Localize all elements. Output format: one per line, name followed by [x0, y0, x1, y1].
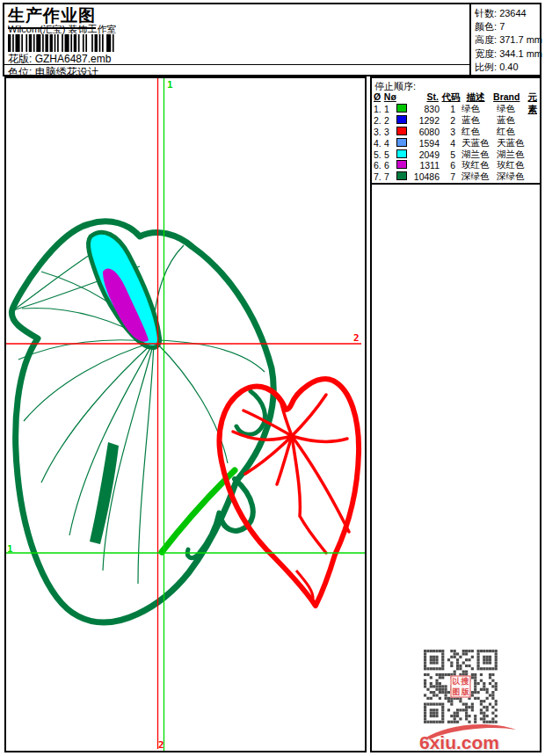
color-chip — [396, 171, 407, 180]
color-row: 7.7104867深绿色深绿色 — [374, 171, 539, 183]
row-seq: 5. — [374, 149, 384, 160]
pattern-label: 花版: — [8, 53, 32, 65]
red-leaf — [220, 379, 360, 606]
row-desc: 深绿色 — [461, 171, 495, 183]
row-seq: 4. — [374, 138, 384, 149]
design-info-box: 针数: 23644 颜色: 7 高度: 371.7 mm 宽度: 344.1 m… — [469, 4, 540, 75]
row-stitches: 6080 — [411, 127, 440, 137]
row-stitches: 1594 — [411, 138, 440, 149]
row-needle: 3 — [384, 127, 396, 137]
start-marker-top: 1 — [167, 79, 173, 91]
row-stitches: 1311 — [411, 160, 440, 171]
row-chip-wrap — [396, 115, 411, 126]
row-stitches: 830 — [411, 104, 440, 114]
row-needle: 1 — [384, 104, 396, 114]
pattern-value: GZHA6487.emb — [35, 53, 112, 65]
row-seq: 7. — [374, 171, 384, 182]
row-chip-wrap — [396, 127, 411, 137]
end-marker-bottom: 2 — [158, 739, 164, 751]
row-code: 4 — [440, 138, 455, 149]
row-stitches: 10486 — [411, 171, 440, 182]
row-seq: 1. — [374, 104, 384, 114]
color-table-rows: 1.18301绿色绿色2.212922蓝色蓝色3.360803红色红色4.415… — [374, 104, 539, 183]
row-seq: 6. — [374, 160, 384, 171]
table-bottom-border — [372, 183, 540, 185]
qr-code: 以搜图版 — [424, 650, 498, 723]
stamp-char: 搜 — [461, 677, 470, 687]
stamp-char: 图 — [452, 687, 461, 697]
watermark-text: 6xiu.com — [419, 732, 499, 753]
stamp-char: 版 — [461, 687, 470, 697]
row-chip-wrap — [396, 138, 411, 149]
barcode — [8, 34, 117, 52]
row-stitches: 2049 — [411, 149, 440, 160]
color-chip — [396, 115, 407, 124]
color-chip — [396, 127, 407, 135]
start-marker-left: 1 — [7, 543, 13, 555]
scale-row: 比例: 0.40 — [475, 61, 540, 74]
color-sequence-panel: 停止顺序: Ø Nø St. 代码 描述 Brand 元素 1.18301绿色绿… — [370, 76, 541, 752]
color-row: 5.520495湖兰色湖兰色 — [374, 149, 539, 160]
row-brand: 深绿色 — [497, 171, 530, 183]
row-code: 6 — [440, 160, 455, 171]
stitch-count-row: 针数: 23644 — [475, 7, 540, 20]
row-seq: 3. — [374, 127, 384, 137]
row-code: 3 — [440, 127, 455, 137]
row-code: 2 — [440, 115, 455, 126]
row-chip-wrap — [396, 104, 411, 114]
row-chip-wrap — [396, 171, 411, 182]
width-row: 宽度: 344.1 mm — [475, 47, 540, 61]
stamp-char: 以 — [452, 677, 461, 687]
row-chip-wrap — [396, 149, 411, 160]
color-chip — [396, 138, 407, 147]
height-row: 高度: 371.7 mm — [475, 33, 540, 47]
color-chip — [396, 160, 407, 169]
color-row: 6.613116玫红色玫红色 — [374, 160, 539, 171]
row-needle: 7 — [384, 171, 396, 182]
row-seq: 2. — [374, 115, 384, 126]
qr-stamp: 以搜图版 — [451, 676, 471, 698]
embroidery-design-svg: 1 1 2 2 — [6, 78, 365, 751]
row-code: 5 — [440, 149, 455, 160]
color-chip — [396, 149, 407, 158]
row-code: 1 — [440, 104, 455, 114]
watermark: 6xiu.com — [416, 727, 521, 755]
row-needle: 5 — [384, 149, 396, 160]
row-needle: 2 — [384, 115, 396, 126]
row-code: 7 — [440, 171, 455, 182]
row-needle: 4 — [384, 138, 396, 149]
color-row: 2.212922蓝色蓝色 — [374, 115, 539, 127]
row-chip-wrap — [396, 160, 411, 171]
row-stitches: 1292 — [411, 115, 440, 126]
design-canvas: 1 1 2 2 — [4, 76, 367, 752]
color-count-row: 颜色: 7 — [475, 20, 540, 33]
color-chip — [396, 104, 407, 113]
color-row: 4.415944天蓝色天蓝色 — [374, 137, 539, 149]
end-marker-right: 2 — [353, 332, 360, 344]
color-row: 3.360803红色红色 — [374, 127, 539, 138]
row-needle: 6 — [384, 160, 396, 171]
header: 生产作业图 Wilcom(汇宝) 装饰工作室 花版: GZHA6487.emb … — [3, 3, 541, 76]
color-row: 1.18301绿色绿色 — [374, 104, 539, 115]
spadix — [89, 232, 160, 347]
